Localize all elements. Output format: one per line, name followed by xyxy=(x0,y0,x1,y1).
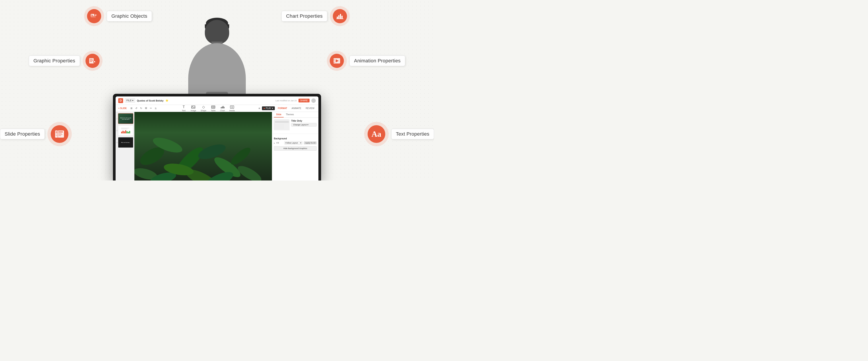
zoom-control[interactable]: ⊕ xyxy=(258,107,260,109)
graphic-properties-text: Graphic Properties xyxy=(33,58,75,64)
svg-rect-33 xyxy=(56,135,57,136)
svg-rect-8 xyxy=(340,14,341,19)
slide-3-number: 3 xyxy=(117,141,117,143)
image-tool[interactable]: Image xyxy=(191,105,196,112)
layout-info: Title Only Change Layout ▾ xyxy=(291,120,317,127)
apply-to-all-button[interactable]: Apply To All xyxy=(304,141,317,144)
slide-thumb-3[interactable]: Who are the best... xyxy=(118,137,133,148)
image-tool-label: Image xyxy=(191,109,196,112)
bar-7 xyxy=(129,131,130,133)
svg-rect-27 xyxy=(58,131,63,132)
svg-rect-61 xyxy=(275,124,284,129)
chart-tool[interactable]: Chart xyxy=(220,105,225,112)
callout-graphic-objects: Graphic Objects xyxy=(84,6,152,26)
callout-animation-properties: Animation Properties xyxy=(327,51,405,71)
app-toolbar: D FILE ▾ Quotes of Scott Belsky ⭐ Last m… xyxy=(116,96,318,105)
chart-properties-icon xyxy=(333,9,347,23)
shape-tool[interactable]: ◇ Shape xyxy=(200,105,206,112)
svg-rect-11 xyxy=(89,58,94,64)
slide-icon-1[interactable]: ⊞ xyxy=(129,106,133,110)
svg-rect-4 xyxy=(95,14,96,16)
properties-panel: Slide Themes Title Only xyxy=(272,112,318,180)
slide-2-container: 2 xyxy=(117,125,133,136)
image-tool-icon xyxy=(191,105,196,109)
callout-text-properties: Aa Text Properties xyxy=(364,122,434,146)
callout-slide-properties: Slide Properties xyxy=(0,122,72,146)
slide-icon-2[interactable]: ↺ xyxy=(134,106,138,110)
slide-2-line-2 xyxy=(121,129,128,129)
graphic-objects-text: Graphic Objects xyxy=(112,13,147,19)
table-tool-icon xyxy=(211,105,216,109)
chart-tool-label: Chart xyxy=(220,109,225,112)
slide-icon-6[interactable]: ⎘ xyxy=(154,106,158,110)
leaf-svg xyxy=(134,112,272,180)
svg-rect-3 xyxy=(95,15,95,16)
slide-panel: 1 Welcome the goals you will grow 2 xyxy=(116,112,134,180)
slide-3-preview-text: Who are the best... xyxy=(120,141,131,144)
slide-background xyxy=(134,112,272,180)
table-tool-label: Table xyxy=(211,109,216,112)
slide-1-preview-text: Welcome the goals you will grow xyxy=(118,117,133,121)
slide-2-line-1 xyxy=(121,128,129,128)
slide-icon-5[interactable]: ✂ xyxy=(149,106,153,110)
svg-rect-5 xyxy=(96,14,96,16)
share-button[interactable]: SHARE xyxy=(299,99,310,102)
tab-format[interactable]: FORMAT xyxy=(277,107,288,110)
slide-thumb-1[interactable]: Welcome the goals you will grow xyxy=(118,113,133,124)
svg-rect-36 xyxy=(212,106,215,108)
text-properties-label-box: Text Properties xyxy=(391,129,434,139)
doc-title: Quotes of Scott Belsky xyxy=(137,99,163,102)
follow-layout-arrow: ▾ xyxy=(300,142,301,144)
play-arrow: ▾ xyxy=(272,107,273,109)
tab-slide[interactable]: Slide xyxy=(274,112,284,118)
slide-1-number: 1 xyxy=(117,118,117,120)
svg-rect-42 xyxy=(222,107,222,108)
tab-themes[interactable]: Themes xyxy=(284,112,296,118)
text-properties-icon: Aa xyxy=(368,125,385,143)
slide-icon-3[interactable]: ↻ xyxy=(139,106,143,110)
monitor: D FILE ▾ Quotes of Scott Belsky ⭐ Last m… xyxy=(113,94,321,180)
svg-rect-41 xyxy=(221,107,221,108)
bar-5 xyxy=(126,131,128,133)
fill-label: Fill xyxy=(276,142,283,144)
animation-properties-label-box: Animation Properties xyxy=(349,56,405,66)
slide-1-container: 1 Welcome the goals you will grow xyxy=(117,113,133,124)
hide-bg-graphics-button[interactable]: Hide Background Graphics xyxy=(274,146,317,151)
text-properties-aa-icon: Aa xyxy=(372,129,381,139)
chart-properties-icon-circle xyxy=(330,6,350,26)
chart-tool-icon xyxy=(220,105,225,109)
chart-properties-label-box: Chart Properties xyxy=(281,11,327,22)
svg-rect-32 xyxy=(56,133,57,134)
svg-rect-28 xyxy=(58,133,62,134)
slide-thumb-2[interactable] xyxy=(118,125,133,136)
last-modified: Last modified on Jan 23 xyxy=(275,100,297,102)
slide-properties-text: Slide Properties xyxy=(5,131,40,137)
play-icon xyxy=(264,107,265,109)
animation-properties-icon xyxy=(330,54,344,68)
tab-animate[interactable]: ANIMATE xyxy=(290,107,303,110)
title-star: ⭐ xyxy=(165,99,168,102)
change-layout-button[interactable]: Change Layout ▾ xyxy=(291,123,317,127)
slide-properties-label-box: Slide Properties xyxy=(0,129,45,139)
slide-2-content xyxy=(120,127,131,134)
svg-rect-7 xyxy=(338,15,339,19)
animation-properties-icon-circle xyxy=(327,51,347,71)
monitor-screen: D FILE ▾ Quotes of Scott Belsky ⭐ Last m… xyxy=(116,96,318,180)
background-title: Background xyxy=(274,137,317,140)
text-properties-text: Text Properties xyxy=(396,131,429,137)
animation-properties-text: Animation Properties xyxy=(354,58,401,64)
media-tool-icon xyxy=(229,105,235,109)
graphic-properties-icon xyxy=(86,54,100,68)
slide-icon-4[interactable]: ⌘ xyxy=(144,106,148,110)
play-button[interactable]: PLAY ▾ xyxy=(262,106,275,110)
svg-rect-44 xyxy=(224,107,224,108)
table-tool[interactable]: Table xyxy=(211,105,216,112)
change-layout-text: Change Layout ▾ xyxy=(293,124,308,126)
svg-rect-60 xyxy=(275,121,289,123)
file-menu[interactable]: FILE ▾ xyxy=(125,98,135,103)
follow-layout-select[interactable]: Follow Layout ▾ xyxy=(284,141,303,145)
tab-review[interactable]: REVIEW xyxy=(305,107,316,110)
add-slide-button[interactable]: + SLIDE xyxy=(118,107,127,109)
text-tool[interactable]: T Text xyxy=(181,105,186,112)
media-tool[interactable]: Media xyxy=(229,105,235,112)
